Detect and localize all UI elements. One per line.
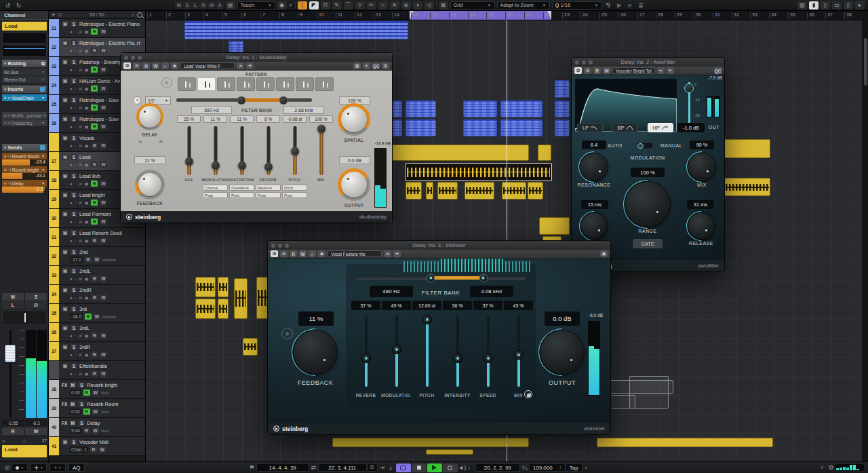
- channel-mute-button[interactable]: M: [2, 293, 24, 301]
- arrangement-clip[interactable]: [332, 438, 529, 447]
- track-read-button[interactable]: R: [91, 371, 98, 377]
- track-write-button[interactable]: W: [100, 276, 106, 282]
- track-read-button[interactable]: R: [91, 352, 98, 358]
- arrangement-clip[interactable]: [406, 119, 436, 136]
- track-presets-icon[interactable]: 🗀: [58, 12, 62, 17]
- draw-tool-icon[interactable]: ✎: [332, 1, 342, 10]
- track-name[interactable]: Delay: [87, 420, 100, 426]
- track-write-button[interactable]: W: [100, 333, 106, 339]
- quick-controls-icon[interactable]: QC: [372, 62, 380, 69]
- fader-value[interactable]: -2.65: [2, 419, 24, 426]
- send-level-bar[interactable]: -2.37: [2, 187, 47, 193]
- filter-low-value[interactable]: 390 Hz: [191, 106, 232, 114]
- channel-listen-button[interactable]: L: [2, 301, 24, 309]
- track-solo-button[interactable]: S: [71, 268, 77, 274]
- channel-read-button[interactable]: R: [2, 428, 24, 435]
- mode-dropdown[interactable]: Medium: [256, 185, 281, 191]
- filter-low-handle[interactable]: [237, 96, 246, 105]
- track-write-button[interactable]: W: [100, 162, 106, 168]
- activate-plugin-icon[interactable]: ⏼: [271, 250, 278, 257]
- glue-tool-icon[interactable]: ⌒: [344, 1, 353, 10]
- filter-low-handle[interactable]: [427, 273, 435, 282]
- track-read-button[interactable]: R: [91, 333, 98, 339]
- routing-row[interactable]: No Bus▼: [2, 69, 47, 75]
- setup-toolbar-icon[interactable]: ▸: [855, 1, 865, 10]
- track-row[interactable]: 32 M S 2nd ● ◦ ⊘ ▣ -17.0 R W: [49, 247, 145, 266]
- output-knob[interactable]: [540, 330, 584, 374]
- character-slider[interactable]: [177, 126, 201, 175]
- erase-tool-icon[interactable]: ◊: [355, 1, 365, 10]
- mode-dropdown[interactable]: Overdrive: [229, 185, 254, 191]
- track-write-button[interactable]: W: [100, 352, 106, 358]
- track-write-button[interactable]: W: [100, 86, 106, 92]
- track-solo-button[interactable]: S: [71, 344, 77, 350]
- release-knob[interactable]: [688, 213, 714, 239]
- punch-mode-dropdown[interactable]: ✛▼: [31, 463, 47, 472]
- preset-name-field[interactable]: Vocoder Bright Tal: [612, 67, 655, 74]
- track-solo-button[interactable]: S: [71, 211, 77, 217]
- filter-bank-slider[interactable]: [356, 276, 526, 280]
- output-knob[interactable]: [338, 168, 370, 201]
- arrangement-clip[interactable]: [405, 163, 552, 181]
- window-traffic-lights[interactable]: [124, 56, 142, 60]
- resonance-value[interactable]: 6.4: [582, 140, 606, 149]
- read-automation-icon[interactable]: R: [142, 62, 150, 69]
- timeline-ruler[interactable]: 1234567891011121314151617181920212223242…: [146, 11, 863, 20]
- track-write-button[interactable]: W: [100, 67, 106, 73]
- track-name[interactable]: Lead Reverb Swell: [79, 230, 122, 236]
- automation-button[interactable]: A: [216, 1, 224, 9]
- monitor-icon[interactable]: ◁: [22, 438, 26, 443]
- track-read-button[interactable]: R: [91, 200, 98, 206]
- studiodelay-title-bar[interactable]: Delay: Ins. 1 - StudioDelay: [121, 53, 392, 62]
- track-solo-button[interactable]: S: [71, 249, 77, 255]
- track-row[interactable]: 31 M S Lead Reverb Swell ● ◦ ⊘ ▣ R W: [49, 228, 145, 247]
- track-solo-button[interactable]: S: [71, 21, 77, 27]
- play-button[interactable]: [427, 463, 442, 472]
- track-mute-button[interactable]: M: [62, 287, 68, 293]
- character-slider[interactable]: [309, 126, 334, 175]
- window-traffic-lights[interactable]: [575, 60, 593, 64]
- pattern-tile[interactable]: [237, 77, 255, 91]
- track-value-field[interactable]: -17.0: [70, 257, 83, 263]
- feedback-value[interactable]: 11 %: [134, 156, 165, 164]
- track-value-field[interactable]: 0.00: [70, 409, 81, 415]
- track-name[interactable]: Reverb Room: [87, 401, 118, 407]
- track-solo-button[interactable]: S: [71, 135, 77, 141]
- auto-punch-icon[interactable]: ◉: [277, 1, 287, 10]
- grid-lines-icon[interactable]: ≣: [637, 1, 646, 10]
- arrangement-clip[interactable]: [218, 299, 229, 319]
- track-mute-button[interactable]: M: [62, 325, 68, 331]
- track-name[interactable]: 3rdL: [79, 325, 90, 331]
- bypass-plugin-icon[interactable]: ⊘: [280, 250, 288, 257]
- track-name[interactable]: Retrologue - Electric Piano: [79, 21, 140, 27]
- audition-mode-dropdown[interactable]: ◔▼: [50, 463, 66, 472]
- arrangement-clip[interactable]: [724, 178, 770, 196]
- shimmer-slider[interactable]: [478, 316, 498, 387]
- spatial-knob[interactable]: [338, 103, 370, 136]
- next-preset-icon[interactable]: ⏷: [246, 62, 254, 69]
- range-knob[interactable]: [625, 182, 670, 227]
- quantize-panel-icon[interactable]: ⊳: [615, 1, 624, 10]
- track-write-button[interactable]: W: [100, 29, 106, 35]
- punch-out-icon[interactable]: ⤓: [387, 463, 395, 472]
- track-read-button[interactable]: R: [83, 390, 90, 396]
- routing-dropdown[interactable]: Post: [229, 192, 254, 198]
- track-solo-button[interactable]: S: [71, 40, 77, 46]
- share-icon[interactable]: ⧉: [41, 61, 45, 67]
- track-mute-button[interactable]: M: [69, 420, 76, 426]
- tempo-display[interactable]: 109.000⭥: [529, 463, 566, 472]
- routing-dropdown[interactable]: Post: [256, 192, 281, 198]
- bandpass-button[interactable]: BP: [612, 123, 638, 132]
- track-mute-button[interactable]: M: [62, 230, 68, 236]
- track-name[interactable]: 2ndR: [79, 287, 92, 293]
- pattern-tile[interactable]: [296, 77, 314, 91]
- mode-dropdown[interactable]: Pitch: [282, 185, 307, 191]
- arrangement-clip[interactable]: [195, 299, 216, 319]
- previous-preset-icon[interactable]: ⏶: [237, 62, 244, 69]
- track-write-button[interactable]: W: [100, 181, 106, 187]
- mix-lock-icon[interactable]: [524, 390, 532, 398]
- track-mute-button[interactable]: M: [62, 97, 68, 103]
- arrangement-clip[interactable]: [724, 139, 770, 158]
- find-track-icon[interactable]: [137, 12, 142, 18]
- channel-phase-button[interactable]: ∅: [25, 301, 47, 309]
